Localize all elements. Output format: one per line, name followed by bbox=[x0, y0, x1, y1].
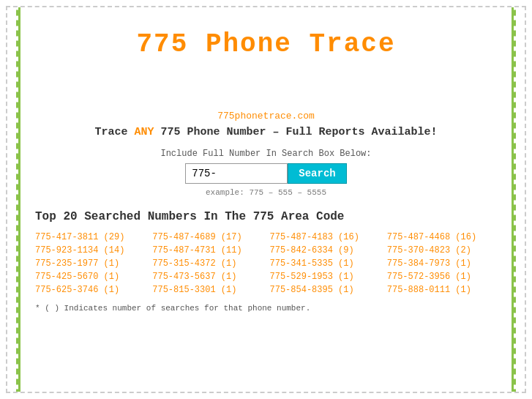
search-row: Search bbox=[35, 163, 497, 184]
search-input[interactable] bbox=[185, 163, 288, 184]
phone-link[interactable]: 775-235-1977 (1) bbox=[35, 258, 145, 269]
phone-link[interactable]: 775-487-4183 (16) bbox=[270, 232, 380, 242]
search-example: example: 775 – 555 – 5555 bbox=[35, 188, 497, 197]
footnote: * ( ) Indicates number of searches for t… bbox=[35, 304, 497, 313]
tagline-prefix: Trace bbox=[94, 126, 134, 138]
search-label: Include Full Number In Search Box Below: bbox=[35, 149, 497, 159]
phone-link[interactable]: 775-487-4689 (17) bbox=[152, 232, 262, 242]
phone-link[interactable]: 775-854-8395 (1) bbox=[270, 285, 380, 295]
phone-link[interactable]: 775-923-1134 (14) bbox=[35, 245, 145, 256]
tagline-any: ANY bbox=[134, 126, 154, 138]
phone-link[interactable]: 775-888-0111 (1) bbox=[387, 285, 497, 295]
phone-link[interactable]: 775-425-5670 (1) bbox=[35, 272, 145, 282]
phone-link[interactable]: 775-417-3811 (29) bbox=[35, 232, 145, 242]
phone-link[interactable]: 775-315-4372 (1) bbox=[152, 258, 262, 269]
site-url: 775phonetrace.com bbox=[35, 111, 497, 122]
left-decorative-bar bbox=[7, 7, 20, 392]
phone-link[interactable]: 775-384-7973 (1) bbox=[387, 258, 497, 269]
phone-link[interactable]: 775-487-4731 (11) bbox=[152, 245, 262, 256]
phone-link[interactable]: 775-572-3956 (1) bbox=[387, 272, 497, 282]
tagline-suffix: 775 Phone Number – Full Reports Availabl… bbox=[154, 126, 437, 138]
phone-link[interactable]: 775-473-5637 (1) bbox=[152, 272, 262, 282]
phone-link[interactable]: 775-341-5335 (1) bbox=[270, 258, 380, 269]
numbers-grid: 775-417-3811 (29)775-487-4689 (17)775-48… bbox=[35, 232, 497, 295]
phone-link[interactable]: 775-842-6334 (9) bbox=[270, 245, 380, 256]
phone-link[interactable]: 775-815-3301 (1) bbox=[152, 285, 262, 295]
top-numbers-title: Top 20 Searched Numbers In The 775 Area … bbox=[35, 210, 497, 223]
right-decorative-bar bbox=[512, 7, 525, 392]
tagline: Trace ANY 775 Phone Number – Full Report… bbox=[35, 126, 497, 138]
phone-link[interactable]: 775-625-3746 (1) bbox=[35, 285, 145, 295]
page-title: 775 Phone Trace bbox=[35, 15, 497, 67]
phone-link[interactable]: 775-370-4823 (2) bbox=[387, 245, 497, 256]
main-content: 775 Phone Trace 775phonetrace.com Trace … bbox=[20, 7, 512, 392]
search-button[interactable]: Search bbox=[288, 163, 346, 184]
outer-border: 775 Phone Trace 775phonetrace.com Trace … bbox=[6, 6, 526, 393]
phone-link[interactable]: 775-487-4468 (16) bbox=[387, 232, 497, 242]
phone-link[interactable]: 775-529-1953 (1) bbox=[270, 272, 380, 282]
